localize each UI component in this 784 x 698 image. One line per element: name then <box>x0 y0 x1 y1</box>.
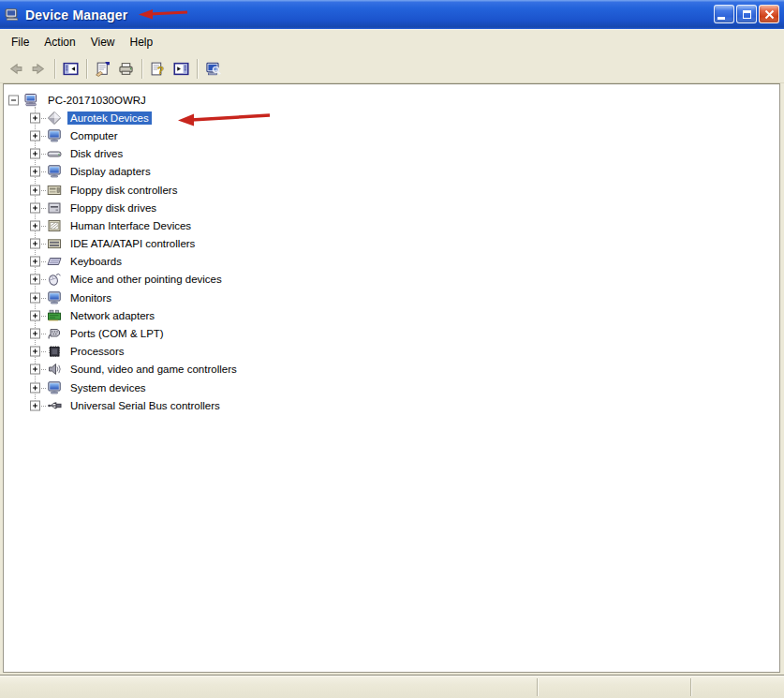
help-icon <box>150 61 166 77</box>
toolbar-button-show-hide-action-pane[interactable] <box>170 57 193 81</box>
tree-item[interactable]: System devices <box>4 379 779 396</box>
tree-item[interactable]: IDE ATA/ATAPI controllers <box>4 235 779 253</box>
expand-toggle[interactable] <box>30 292 40 303</box>
tree-item[interactable]: Mice and other pointing devices <box>4 271 779 289</box>
toolbar-separator <box>86 59 87 79</box>
menu-item[interactable]: View <box>83 32 123 52</box>
tree-item[interactable]: Monitors <box>4 289 779 306</box>
tree-item[interactable]: Floppy disk drives <box>4 199 779 216</box>
toolbar-separator <box>141 59 142 79</box>
close-icon <box>764 9 775 20</box>
scan-icon <box>205 61 221 77</box>
statusbar <box>0 675 784 698</box>
window-controls <box>714 5 779 23</box>
monitor-icon <box>47 290 62 305</box>
tree-item[interactable]: Display adapters <box>4 163 779 181</box>
expand-toggle[interactable] <box>30 112 40 123</box>
tree-item[interactable]: Ports (COM & LPT) <box>4 324 779 342</box>
toolbar-button-forward[interactable] <box>27 57 51 81</box>
tree-root-label: PC-20171030OWRJ <box>45 94 149 107</box>
expand-toggle[interactable] <box>30 329 40 339</box>
disk-drive-icon <box>47 146 62 161</box>
floppy-controller-icon <box>47 183 62 198</box>
tree-item[interactable]: Universal Serial Bus controllers <box>4 396 779 414</box>
menu-item[interactable]: Action <box>37 32 82 52</box>
print-icon <box>118 61 134 77</box>
tree-item[interactable]: Sound, video and game controllers <box>4 361 779 379</box>
statusbar-separator <box>690 678 691 696</box>
expand-toggle[interactable] <box>30 347 40 357</box>
toolbar-button-back[interactable] <box>4 57 27 81</box>
tree-root-item[interactable]: PC-20171030OWRJ <box>4 91 779 109</box>
toolbar <box>0 54 784 83</box>
display-adapter-icon <box>47 164 62 179</box>
tree-item[interactable]: Floppy disk controllers <box>4 181 779 199</box>
port-icon <box>47 326 62 341</box>
device-tree-panel[interactable]: PC-20171030OWRJ Aurotek Devices Computer <box>3 83 780 673</box>
expand-toggle[interactable] <box>30 382 40 393</box>
red-arrow-tree-annotation <box>176 111 275 127</box>
hid-icon <box>47 218 62 233</box>
sound-icon <box>47 362 62 377</box>
window-title: Device Manager <box>25 7 127 22</box>
expand-toggle[interactable] <box>30 275 40 285</box>
toolbar-separator <box>54 59 55 79</box>
expand-toggle[interactable] <box>30 167 40 177</box>
expand-toggle[interactable] <box>30 364 40 375</box>
tree-children: Aurotek Devices Computer Disk drives Dis… <box>4 109 779 414</box>
toolbar-button-show-hide-console-tree[interactable] <box>59 57 82 81</box>
console-tree-icon <box>63 61 79 77</box>
diamond-icon <box>47 111 62 126</box>
computer-icon <box>24 93 39 108</box>
tree-item[interactable]: Human Interface Devices <box>4 216 779 234</box>
expand-toggle[interactable] <box>30 257 40 267</box>
toolbar-button-help[interactable] <box>146 57 170 81</box>
expand-toggle[interactable] <box>30 149 40 159</box>
close-button[interactable] <box>759 5 779 23</box>
toolbar-button-print[interactable] <box>114 57 138 81</box>
maximize-button[interactable] <box>736 5 757 23</box>
tree-item[interactable]: Computer <box>4 126 779 144</box>
device-manager-icon <box>5 7 21 22</box>
keyboard-icon <box>47 254 62 269</box>
floppy-drive-icon <box>47 200 62 215</box>
menubar: File Action View Help <box>0 29 784 54</box>
mouse-icon <box>47 272 62 287</box>
arrow-left-icon <box>7 61 23 77</box>
usb-icon <box>47 398 62 413</box>
toolbar-separator <box>197 59 198 79</box>
properties-icon <box>95 61 111 77</box>
toolbar-button-scan-for-hardware-changes[interactable] <box>201 57 225 81</box>
device-tree: PC-20171030OWRJ Aurotek Devices Computer <box>4 84 779 414</box>
system-device-icon <box>47 380 62 395</box>
titlebar: Device Manager <box>0 0 784 29</box>
tree-item[interactable]: Disk drives <box>4 145 779 163</box>
expand-toggle[interactable] <box>30 202 40 213</box>
toolbar-button-properties[interactable] <box>91 57 114 81</box>
expand-toggle[interactable] <box>30 239 40 249</box>
expand-toggle[interactable] <box>30 185 40 195</box>
tree-item[interactable]: Network adapters <box>4 306 779 324</box>
tree-item[interactable]: Aurotek Devices <box>4 109 779 126</box>
action-pane-icon <box>173 61 189 77</box>
red-arrow-title-annotation <box>137 7 193 21</box>
minimize-icon <box>717 17 725 20</box>
expand-toggle[interactable] <box>30 220 40 230</box>
maximize-icon <box>743 10 751 19</box>
expand-toggle[interactable] <box>30 400 40 410</box>
processor-icon <box>47 344 62 359</box>
minimize-button[interactable] <box>714 5 734 23</box>
arrow-right-icon <box>31 61 47 77</box>
computer-node-icon <box>47 128 62 143</box>
network-adapter-icon <box>47 308 62 323</box>
ide-controller-icon <box>47 236 62 251</box>
expand-toggle[interactable] <box>30 130 40 141</box>
tree-item[interactable]: Processors <box>4 343 779 361</box>
collapse-toggle[interactable] <box>8 95 19 105</box>
statusbar-separator <box>537 678 538 696</box>
tree-item[interactable]: Keyboards <box>4 253 779 271</box>
expand-toggle[interactable] <box>30 310 40 320</box>
menu-item[interactable]: Help <box>123 32 161 52</box>
menu-item[interactable]: File <box>4 32 37 52</box>
